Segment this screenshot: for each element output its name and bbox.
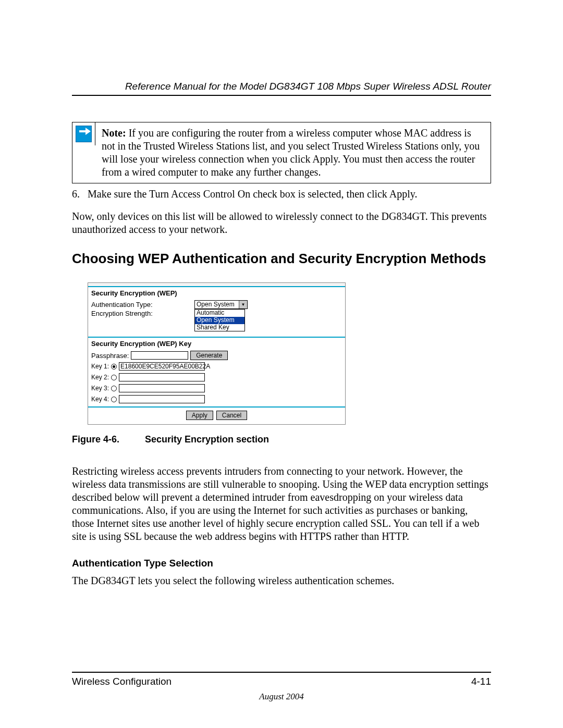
select-auth-type-value: Open System <box>195 301 239 309</box>
subheading-auth-type: Authentication Type Selection <box>72 558 491 569</box>
screenshot-top-bar <box>88 283 345 287</box>
running-header: Reference Manual for the Model DG834GT 1… <box>72 81 491 96</box>
radio-key2[interactable] <box>111 375 117 380</box>
label-passphrase: Passphrase: <box>91 352 129 360</box>
radio-key4[interactable] <box>111 397 117 402</box>
label-key2: Key 2: <box>91 374 109 381</box>
input-passphrase[interactable] <box>131 351 188 360</box>
label-auth-type: Authentication Type: <box>91 300 190 309</box>
apply-button[interactable]: Apply <box>186 411 213 420</box>
footer-date: August 2004 <box>0 692 563 702</box>
figure-wrapper: Security Encryption (WEP) Authentication… <box>88 282 491 425</box>
note-icon-cell <box>72 122 95 145</box>
note-label: Note: <box>102 127 126 139</box>
radio-key1[interactable] <box>111 364 117 369</box>
label-enc-strength: Encryption Strength: <box>91 309 190 317</box>
row-auth-type: Authentication Type: Open System ▼ <box>91 300 342 309</box>
cancel-button[interactable]: Cancel <box>216 411 247 420</box>
label-key1: Key 1: <box>91 363 109 370</box>
input-key4[interactable] <box>119 395 205 403</box>
figure-title: Security Encryption section <box>145 434 269 445</box>
paragraph-restricting: Restricting wireless access prevents int… <box>72 465 491 543</box>
page-footer: Wireless Configuration 4-11 <box>72 672 491 687</box>
step-number: 6. <box>72 188 88 201</box>
row-key4: Key 4: <box>91 395 342 403</box>
screenshot-wep-settings: Security Encryption (WEP) Authentication… <box>88 282 346 425</box>
row-key3: Key 3: <box>91 384 342 392</box>
step-text: Make sure the Turn Access Control On che… <box>88 188 417 201</box>
option-shared-key[interactable]: Shared Key <box>195 324 244 331</box>
input-key3[interactable] <box>119 384 205 392</box>
option-open-system[interactable]: Open System <box>195 317 244 324</box>
input-key2[interactable] <box>119 373 205 381</box>
section-title-wep-key: Security Encryption (WEP) Key <box>91 340 342 348</box>
row-enc-strength: Encryption Strength: Automatic Open Syst… <box>91 309 342 331</box>
section-security-encryption-wep: Security Encryption (WEP) Authentication… <box>88 287 345 334</box>
dropdown-enc-strength-open[interactable]: Automatic Open System Shared Key <box>194 309 245 331</box>
section-wep-key: Security Encryption (WEP) Key Passphrase… <box>88 338 345 406</box>
footer-page-number: 4-11 <box>471 676 491 687</box>
arrow-right-icon <box>76 126 92 142</box>
chevron-down-icon[interactable]: ▼ <box>239 301 247 309</box>
note-body: If you are configuring the router from a… <box>102 127 480 178</box>
note-box: Note: If you are configuring the router … <box>72 122 491 183</box>
row-key1: Key 1: E18600E9CE520F95AE00B22A <box>91 362 342 371</box>
row-passphrase: Passphrase: Generate <box>91 351 342 360</box>
section-title-wep: Security Encryption (WEP) <box>91 289 342 297</box>
label-key3: Key 3: <box>91 385 109 392</box>
option-automatic[interactable]: Automatic <box>195 310 244 317</box>
paragraph-after-step: Now, only devices on this list will be a… <box>72 210 491 236</box>
select-auth-type[interactable]: Open System ▼ <box>194 300 248 309</box>
row-key2: Key 2: <box>91 373 342 381</box>
paragraph-auth-schemes: The DG834GT lets you select the followin… <box>72 574 491 587</box>
screenshot-footer: Apply Cancel <box>88 406 345 424</box>
figure-label: Figure 4-6. <box>72 434 145 445</box>
generate-button[interactable]: Generate <box>190 351 228 360</box>
input-key1[interactable]: E18600E9CE520F95AE00B22A <box>119 362 205 371</box>
footer-section-name: Wireless Configuration <box>72 676 172 687</box>
figure-caption: Figure 4-6.Security Encryption section <box>72 434 491 445</box>
label-key4: Key 4: <box>91 396 109 403</box>
section-heading-wep: Choosing WEP Authentication and Security… <box>72 251 491 267</box>
step-6: 6. Make sure the Turn Access Control On … <box>72 188 491 201</box>
radio-key3[interactable] <box>111 386 117 391</box>
note-text: Note: If you are configuring the router … <box>95 122 491 183</box>
